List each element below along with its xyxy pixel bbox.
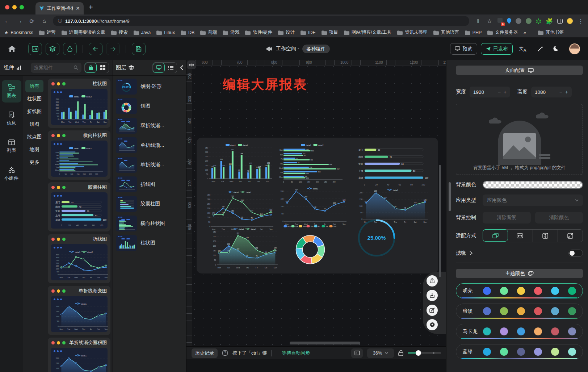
clear-background-button[interactable]: 清除背景: [483, 212, 531, 223]
bookmark-folder[interactable]: Java: [134, 30, 151, 35]
grouped-bar-chart[interactable]: 0501001502002503003501202001508070110130…: [202, 142, 274, 183]
layer-item[interactable]: 柱状图: [116, 235, 183, 251]
dashboard-panel[interactable]: 0501001502002503003501202001508070110130…: [197, 138, 438, 273]
settings-gear-button[interactable]: [427, 319, 438, 330]
list-view-toggle[interactable]: [165, 63, 177, 73]
component-card[interactable]: 折线图 050100150200250300350MonTueWedThuFri…: [48, 234, 110, 283]
magic-wand-icon[interactable]: [537, 45, 544, 53]
category-2[interactable]: 折线图: [25, 105, 43, 118]
sidebar-tab-3[interactable]: 小组件: [2, 163, 21, 185]
horizontal-bar-chart[interactable]: 050100150200250300Mon120130Tue200130Wed1…: [276, 142, 350, 183]
component-card[interactable]: 单折线渐变面积图 050100150200MonTueWedThuFriSatS…: [48, 338, 110, 372]
bookmarks-overflow-chevron[interactable]: »: [524, 30, 526, 35]
tab-close-icon[interactable]: ✕: [76, 5, 80, 11]
preview-button[interactable]: 预览: [450, 43, 477, 55]
width-stepper[interactable]: 1920 − +: [470, 87, 510, 97]
progress-ring-chart[interactable]: 25.00%: [357, 218, 396, 258]
zoom-slider-knob[interactable]: [416, 350, 421, 356]
sidebar-icon[interactable]: [557, 19, 563, 24]
layer-item[interactable]: 横向柱状图: [116, 216, 183, 231]
bookmark-folder[interactable]: 近期需要读的文章: [62, 29, 105, 35]
component-card[interactable]: 横向柱状图 050100150200250300MonTueWedThuFriS…: [48, 130, 110, 180]
height-increment[interactable]: +: [565, 89, 568, 95]
theme-option-0[interactable]: 明亮: [456, 283, 583, 298]
extension-icon[interactable]: [516, 18, 521, 24]
component-card[interactable]: 胶囊柱图 厦门20南阳40北京60上海80新疆100020406080100: [48, 182, 110, 231]
category-5[interactable]: 地图: [25, 143, 43, 156]
bookmark-folder[interactable]: Linux: [156, 30, 175, 35]
category-1[interactable]: 柱状图: [25, 93, 43, 105]
bookmark-folder[interactable]: DB: [181, 30, 194, 35]
pin-extension-icon[interactable]: [507, 18, 511, 24]
bookmark-folder[interactable]: IDE: [301, 30, 316, 35]
bg-color-swatch[interactable]: [483, 181, 583, 189]
app-home-icon[interactable]: [8, 45, 16, 53]
profile-avatar[interactable]: [567, 18, 573, 24]
category-0[interactable]: 所有: [25, 80, 43, 92]
share-icon[interactable]: ⇧: [474, 18, 482, 25]
collapse-panel-chevron-icon[interactable]: [180, 65, 183, 70]
donut-pie-chart[interactable]: MonTueWedThuFriSatSun: [278, 224, 342, 268]
bookmark-star-icon[interactable]: ☆: [486, 18, 493, 25]
component-card[interactable]: 柱状图 050100150200250300350MonTueWedThuFri…: [48, 79, 110, 128]
width-decrement[interactable]: −: [498, 89, 501, 95]
bookmark-folder[interactable]: 软件/硬件: [245, 29, 272, 35]
category-3[interactable]: 饼图: [25, 118, 43, 130]
bookmarks-root[interactable]: ★Bookmarks: [4, 30, 33, 35]
extension-badged-icon[interactable]: 9: [497, 18, 503, 24]
single-line-chart[interactable]: 0501001502001202001508070110130MonTueWed…: [277, 185, 349, 226]
extensions-puzzle-icon[interactable]: 🧩: [546, 18, 553, 25]
address-bar[interactable]: ⓘ 127.0.0.1:3000/#/chart/home/9: [53, 16, 469, 26]
forward-icon[interactable]: →: [16, 18, 23, 24]
bookmark-folder[interactable]: 运营: [39, 29, 56, 35]
bookmark-folder[interactable]: 文件服务器: [487, 29, 518, 35]
layer-item[interactable]: 双折线渐...: [116, 118, 183, 134]
history-button[interactable]: 历史记录: [192, 348, 218, 358]
extension-icon[interactable]: [526, 18, 532, 24]
theme-option-3[interactable]: 蓝绿: [456, 344, 583, 359]
window-controls[interactable]: [0, 5, 29, 14]
fit-scale-button[interactable]: [483, 229, 508, 242]
lock-open-icon[interactable]: [398, 350, 403, 356]
browser-tab[interactable]: 工作空间-各种组件 ✕: [35, 2, 84, 14]
dashboard-title-text[interactable]: 编辑大屏报表: [223, 76, 307, 93]
language-icon[interactable]: 文A: [519, 46, 527, 52]
help-icon[interactable]: ?: [222, 350, 228, 356]
fit-width-button[interactable]: [508, 230, 533, 242]
canvas-vertical-scrollbar[interactable]: [439, 165, 441, 277]
maximize-window-button[interactable]: [20, 5, 24, 9]
save-button[interactable]: [132, 43, 146, 55]
other-bookmarks-folder[interactable]: 其他书签: [538, 29, 564, 35]
reload-icon[interactable]: ⟳: [28, 18, 35, 25]
width-increment[interactable]: +: [504, 89, 507, 95]
bookmark-folder[interactable]: 其他语言: [433, 29, 459, 35]
fit-height-button[interactable]: [533, 230, 558, 242]
theme-option-1[interactable]: 暗淡: [456, 304, 583, 319]
app-type-select[interactable]: 应用颜色: [483, 195, 583, 206]
layer-item[interactable]: 单折线渐...: [116, 137, 183, 153]
edit-button[interactable]: [427, 305, 438, 316]
sidebar-tab-0[interactable]: 图表: [2, 80, 21, 103]
layer-item[interactable]: 单折线渐...: [116, 157, 183, 173]
browser-menu-icon[interactable]: ⋮: [577, 18, 584, 25]
home-icon[interactable]: ⌂: [41, 18, 48, 24]
layer-item[interactable]: 25.00% 饼图-环形: [116, 79, 183, 95]
layer-item[interactable]: 折线图: [116, 176, 183, 192]
filter-toggle-button[interactable]: [63, 43, 77, 55]
dual-line-chart[interactable]: 0501001502002503003501202001508070110130…: [204, 189, 276, 231]
bookmark-folder[interactable]: 搜索: [111, 29, 128, 35]
zoom-select[interactable]: 36%: [367, 348, 394, 358]
fit-stretch-button[interactable]: [558, 230, 583, 242]
search-components-input[interactable]: 搜索组件: [31, 63, 81, 73]
components-toggle-button[interactable]: [28, 43, 42, 55]
back-icon[interactable]: ←: [4, 18, 11, 24]
new-tab-button[interactable]: +: [89, 3, 93, 12]
dark-mode-moon-icon[interactable]: [553, 46, 560, 52]
single-view-toggle[interactable]: [85, 63, 97, 73]
grid-view-toggle[interactable]: [97, 63, 109, 73]
layers-toggle-button[interactable]: [46, 43, 59, 55]
toggle-guides-eye-icon[interactable]: [187, 60, 196, 69]
chevron-right-icon[interactable]: [470, 251, 472, 255]
sidebar-tab-2[interactable]: 列表: [2, 135, 21, 158]
bookmark-folder[interactable]: 前端: [200, 29, 217, 35]
